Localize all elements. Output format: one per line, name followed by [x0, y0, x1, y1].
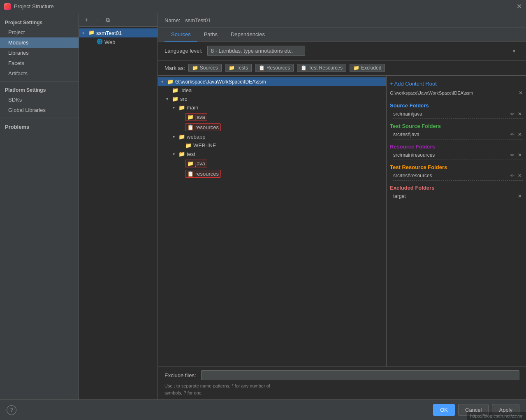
apply-button[interactable]: Apply — [492, 404, 519, 416]
add-module-button[interactable]: + — [82, 16, 90, 24]
tree-item-ssmtest01[interactable]: ▾ 📁 ssmTest01 — [79, 28, 158, 37]
remove-excluded-button[interactable]: ✕ — [517, 193, 523, 199]
title-bar-left: 🔴 Project Structure — [4, 3, 54, 10]
content-root-path: G:\workspace\JavaWorkSpace\IDEA\ssm ✕ — [390, 88, 523, 99]
copy-module-button[interactable]: ⧉ — [104, 16, 112, 24]
excluded-folder-icon: 📁 — [353, 65, 359, 71]
tree-resources-test-item[interactable]: 📋 resources — [158, 169, 386, 179]
mark-excluded-button[interactable]: 📁 Excluded — [350, 64, 385, 72]
resources-folder-icon: 📋 — [259, 65, 265, 71]
mark-as-bar: Mark as: 📁 Sources 📁 Tests 📋 Resources 📋… — [158, 60, 526, 76]
problems-title: Problems — [5, 124, 74, 130]
sidebar-item-libraries[interactable]: Libraries — [0, 48, 79, 58]
remove-module-button[interactable]: − — [93, 16, 101, 24]
content-root-close-icon[interactable]: ✕ — [519, 90, 523, 96]
title-bar: 🔴 Project Structure ✕ — [0, 0, 526, 13]
tab-paths[interactable]: Paths — [197, 28, 224, 42]
sidebar-item-sdks[interactable]: SDKs — [0, 95, 79, 105]
edit-test-resource-button[interactable]: ✏ — [510, 173, 515, 179]
mark-sources-button[interactable]: 📁 Sources — [188, 64, 222, 72]
tree-webinf-item[interactable]: 📁 WEB-INF — [158, 141, 386, 150]
remove-source-folder-button[interactable]: ✕ — [517, 111, 523, 117]
remove-resource-button[interactable]: ✕ — [517, 152, 523, 158]
sidebar-item-project[interactable]: Project — [0, 27, 79, 37]
mark-tests-button[interactable]: 📁 Tests — [225, 64, 252, 72]
name-value: ssmTest01 — [185, 17, 211, 23]
test-source-folders-title: Test Source Folders — [390, 120, 523, 131]
sidebar-item-modules[interactable]: Modules — [0, 37, 79, 48]
close-button[interactable]: ✕ — [517, 2, 522, 10]
chevron-down-icon: ▾ — [166, 97, 172, 101]
webapp-folder-icon: 📁 — [178, 134, 185, 140]
add-content-root-button[interactable]: + Add Content Root — [390, 79, 523, 88]
module-panel: + − ⧉ ▾ 📁 ssmTest01 🌐 Web — [79, 13, 158, 399]
footer-left: ? — [7, 405, 16, 415]
excluded-folders-title: Excluded Folders — [390, 181, 523, 193]
chevron-down-icon: ▾ — [173, 105, 178, 110]
mark-as-label: Mark as: — [165, 65, 185, 71]
content-split: ▾ 📁 G:\workspace\JavaWorkSpace\IDEA\ssm … — [158, 76, 526, 367]
tree-test-item[interactable]: ▾ 📁 test — [158, 150, 386, 158]
language-level-bar: Language level: 8 - Lambdas, type annota… — [158, 42, 526, 60]
bottom-section: Exclude files: Use ; to separate name pa… — [158, 367, 526, 399]
platform-settings-section: Platform Settings — [0, 84, 79, 95]
language-level-select[interactable]: 8 - Lambdas, type annotations etc. — [207, 46, 305, 56]
java-sources-folder-icon: 📁 — [187, 114, 194, 120]
project-settings-section: Project Settings — [0, 16, 79, 27]
tree-item-web[interactable]: 🌐 Web — [79, 37, 158, 46]
sidebar-item-global-libraries[interactable]: Global Libraries — [0, 105, 79, 115]
main-folder-icon: 📁 — [178, 104, 185, 111]
edit-resource-button[interactable]: ✏ — [510, 152, 515, 158]
file-tree-area[interactable]: ▾ 📁 G:\workspace\JavaWorkSpace\IDEA\ssm … — [158, 76, 386, 367]
chevron-down-icon: ▾ — [173, 135, 178, 139]
language-level-wrapper: 8 - Lambdas, type annotations etc. — [207, 46, 519, 56]
test-source-folder-actions: ✏ ✕ — [510, 132, 523, 137]
idea-folder-icon: 📁 — [172, 87, 178, 93]
source-folder-item: src\main\java ✏ ✕ — [390, 110, 523, 118]
source-folder-actions: ✏ ✕ — [510, 111, 523, 117]
footer-right: OK Cancel Apply — [433, 404, 519, 416]
resources-main-folder-icon: 📋 — [187, 124, 194, 130]
tree-resources-main-item[interactable]: 📋 resources — [158, 122, 386, 132]
sidebar-item-artifacts[interactable]: Artifacts — [0, 68, 79, 79]
name-bar: Name: ssmTest01 — [158, 13, 526, 28]
cancel-button[interactable]: Cancel — [458, 404, 489, 416]
main-layout: Project Settings Project Modules Librari… — [0, 13, 526, 399]
tree-webapp-item[interactable]: ▾ 📁 webapp — [158, 132, 386, 141]
java-main-folder-highlighted: 📁 java — [185, 113, 207, 121]
tree-java-main-item[interactable]: 📁 java — [158, 112, 386, 122]
tab-sources[interactable]: Sources — [165, 28, 197, 42]
src-folder-icon: 📁 — [172, 96, 178, 102]
remove-test-source-button[interactable]: ✕ — [517, 132, 523, 137]
exclude-hint: Use ; to separate name patterns, * for a… — [165, 383, 519, 396]
tree-idea-item[interactable]: 📁 .idea — [158, 86, 386, 95]
tab-dependencies[interactable]: Dependencies — [224, 28, 271, 42]
help-button[interactable]: ? — [7, 405, 16, 415]
resource-folder-item: src\main\resources ✏ ✕ — [390, 151, 523, 159]
remove-test-resource-button[interactable]: ✕ — [517, 173, 523, 179]
right-panel: + Add Content Root G:\workspace\JavaWork… — [386, 76, 526, 367]
tree-root-item[interactable]: ▾ 📁 G:\workspace\JavaWorkSpace\IDEA\ssm — [158, 77, 386, 86]
module-icon: 📁 — [88, 30, 95, 36]
tree-src-item[interactable]: ▾ 📁 src — [158, 95, 386, 103]
ok-button[interactable]: OK — [433, 404, 455, 416]
tree-main-item[interactable]: ▾ 📁 main — [158, 103, 386, 112]
tree-java-test-item[interactable]: 📁 java — [158, 158, 386, 169]
right-divider-4 — [393, 180, 523, 181]
problems-section: Problems — [0, 121, 79, 133]
exclude-files-input[interactable] — [201, 370, 519, 380]
excluded-folder-actions: ✕ — [517, 193, 523, 199]
sidebar-divider — [0, 81, 79, 81]
mark-test-resources-button[interactable]: 📋 Test Resources — [297, 64, 346, 72]
edit-source-folder-button[interactable]: ✏ — [510, 111, 515, 117]
edit-test-source-button[interactable]: ✏ — [510, 132, 515, 137]
root-folder-icon: 📁 — [167, 79, 174, 85]
sources-folder-icon: 📁 — [192, 65, 198, 71]
right-divider-1 — [393, 118, 523, 119]
resource-folder-actions: ✏ ✕ — [510, 152, 523, 158]
right-divider-3 — [393, 160, 523, 160]
mark-resources-button[interactable]: 📋 Resources — [255, 64, 294, 72]
exclude-files-row: Exclude files: — [165, 370, 519, 380]
resources-test-folder-icon: 📋 — [187, 171, 194, 177]
sidebar-item-facets[interactable]: Facets — [0, 58, 79, 68]
